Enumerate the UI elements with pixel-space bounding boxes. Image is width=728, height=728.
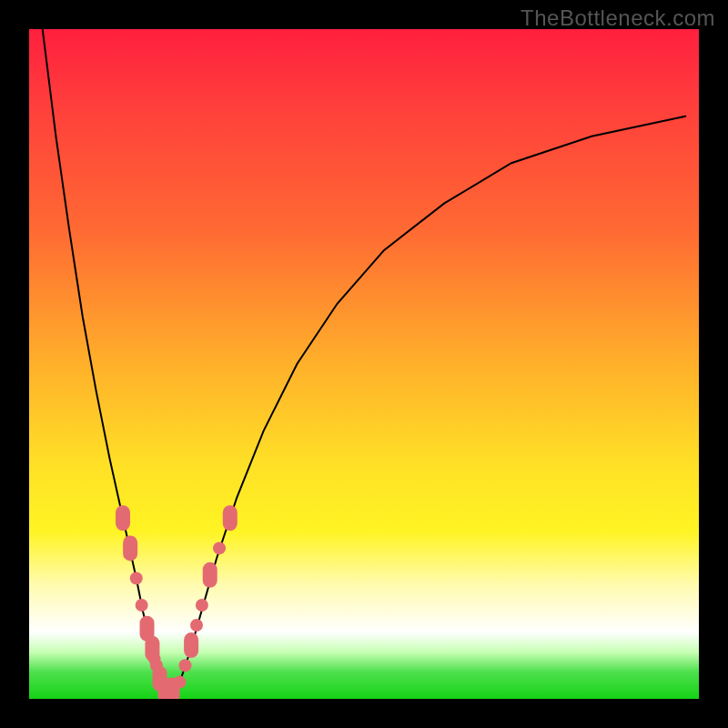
curve-group (43, 29, 686, 693)
marker-capsule (184, 632, 198, 658)
marker-dot (130, 572, 143, 585)
marker-dot (136, 599, 148, 612)
marker-capsule (123, 535, 137, 561)
marker-capsule (203, 562, 217, 588)
watermark-text: TheBottleneck.com (521, 5, 715, 31)
marker-capsule (223, 505, 238, 531)
chart-svg (29, 29, 699, 699)
marker-group (116, 505, 238, 699)
chart-frame: TheBottleneck.com (0, 0, 728, 728)
marker-dot (178, 659, 191, 672)
marker-dot (174, 676, 187, 689)
marker-dot (213, 541, 226, 554)
series-right-branch (177, 116, 685, 693)
marker-dot (190, 619, 203, 632)
marker-dot (196, 599, 208, 612)
plot-area (29, 29, 699, 699)
series-left-branch (43, 29, 162, 693)
marker-capsule (116, 505, 130, 531)
